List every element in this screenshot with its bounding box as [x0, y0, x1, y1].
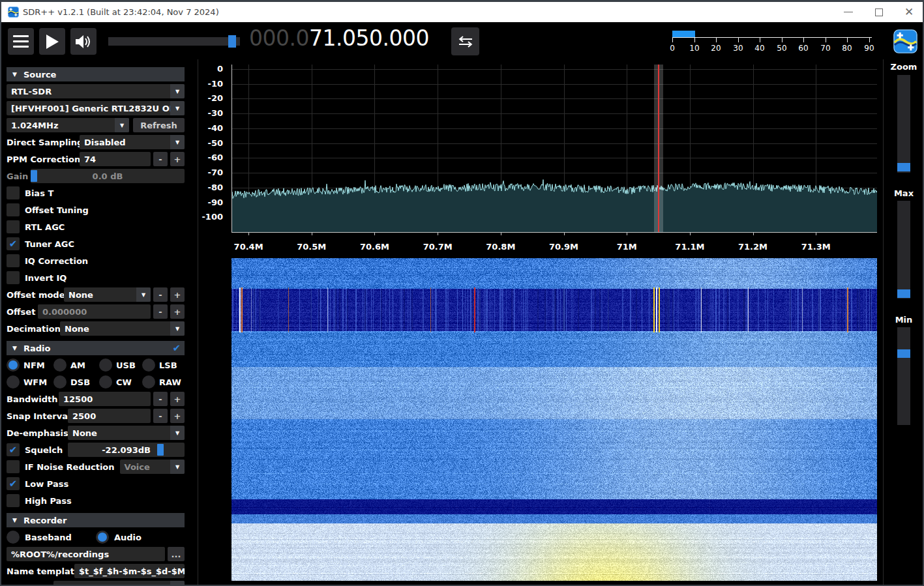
volume-slider[interactable]: [108, 37, 240, 46]
gain-label: Gain: [7, 171, 31, 181]
bias-t-checkbox[interactable]: [7, 186, 20, 199]
offset-mode-increment-button[interactable]: +: [170, 287, 185, 302]
name-template-label: Name template: [7, 566, 74, 576]
high-pass-row: High Pass: [7, 493, 185, 508]
volume-button[interactable]: [70, 28, 97, 55]
offset-increment-button[interactable]: +: [170, 304, 185, 319]
fft-y-tick-label: -100: [197, 212, 223, 222]
if-noise-reduction-checkbox[interactable]: [7, 460, 20, 473]
container-dropdown[interactable]: WAV ▼: [53, 581, 185, 586]
mode-cw[interactable]: CW: [99, 375, 142, 388]
mode-lsb[interactable]: LSB: [142, 359, 177, 372]
decimation-dropdown[interactable]: None ▼: [60, 321, 185, 336]
gain-slider[interactable]: 0.0 dB: [31, 169, 185, 183]
samplerate-dropdown[interactable]: 1.024MHz ▼: [7, 118, 129, 132]
offset-input[interactable]: 0.000000: [38, 304, 151, 319]
refresh-button[interactable]: Refresh: [133, 118, 185, 132]
fft-y-tick-label: -10: [197, 79, 223, 89]
snr-tick: [869, 37, 870, 42]
direct-sampling-dropdown[interactable]: Disabled ▼: [80, 135, 185, 149]
dropdown-arrow-icon: ▼: [170, 84, 185, 98]
max-slider[interactable]: [897, 201, 910, 299]
rtl-agc-checkbox[interactable]: [7, 220, 20, 233]
play-button[interactable]: [39, 28, 65, 55]
bandwidth-decrement-button[interactable]: -: [153, 392, 168, 406]
waterfall-canvas[interactable]: [231, 258, 877, 581]
tuning-marker[interactable]: [654, 65, 663, 232]
mode-nfm[interactable]: NFM: [7, 359, 53, 372]
radio-dot-icon: [142, 359, 155, 372]
mode-am[interactable]: AM: [53, 359, 99, 372]
collapse-triangle-icon: ▼: [12, 345, 17, 351]
volume-slider-handle[interactable]: [228, 35, 236, 48]
ppm-decrement-button[interactable]: -: [153, 152, 168, 166]
low-pass-checkbox[interactable]: ✔: [7, 477, 20, 490]
snr-tick: [760, 37, 760, 42]
retune-button[interactable]: [451, 27, 479, 55]
close-button[interactable]: ✕: [898, 2, 920, 22]
radio-enabled-check-icon[interactable]: ✔: [172, 342, 181, 354]
bandwidth-increment-button[interactable]: +: [170, 392, 185, 406]
play-icon: [45, 34, 59, 50]
recorder-mode-baseband[interactable]: Baseband: [7, 531, 96, 544]
radio-panel-header[interactable]: ▼ Radio ✔: [7, 341, 185, 355]
source-panel-header[interactable]: ▼ Source: [7, 67, 185, 81]
fft-x-tick-label: 71.1M: [675, 242, 704, 252]
snap-increment-button[interactable]: +: [170, 409, 185, 423]
high-pass-checkbox[interactable]: [7, 494, 20, 507]
squelch-slider[interactable]: -22.093dB: [68, 443, 185, 457]
ppm-increment-button[interactable]: +: [170, 152, 185, 166]
minimize-button[interactable]: [837, 2, 859, 22]
maximize-button[interactable]: [868, 2, 890, 22]
source-header-label: Source: [23, 70, 56, 80]
tuner-agc-checkbox[interactable]: ✔: [7, 237, 20, 250]
snap-interval-value: 2500: [72, 411, 96, 421]
mode-raw[interactable]: RAW: [142, 375, 181, 388]
menu-button[interactable]: [8, 28, 34, 55]
squelch-checkbox[interactable]: ✔: [7, 443, 20, 456]
snap-decrement-button[interactable]: -: [153, 409, 168, 423]
max-slider-handle[interactable]: [897, 289, 910, 298]
device-dropdown[interactable]: [HFVHF001] Generic RTL2832U OEM ▼: [7, 101, 185, 115]
ppm-input[interactable]: 74: [80, 152, 151, 166]
offset-decrement-button[interactable]: -: [153, 304, 168, 319]
title-bar[interactable]: SDR++ v1.2.1 (Built at 23:42:04, Nov 7 2…: [1, 2, 923, 22]
offset-tuning-checkbox[interactable]: [7, 203, 20, 216]
min-slider-handle[interactable]: [897, 349, 910, 358]
mode-wfm[interactable]: WFM: [7, 375, 53, 388]
zoom-slider[interactable]: [897, 75, 910, 173]
browse-path-button[interactable]: ...: [168, 547, 185, 561]
gain-slider-handle[interactable]: [31, 170, 37, 182]
recorder-panel-header[interactable]: ▼ Recorder: [7, 513, 185, 527]
check-icon: ✔: [9, 479, 18, 489]
dropdown-arrow-icon: ▼: [170, 581, 185, 586]
offset-mode-decrement-button[interactable]: -: [153, 287, 168, 302]
snr-tick: [847, 37, 848, 42]
min-slider[interactable]: [897, 327, 910, 425]
squelch-slider-handle[interactable]: [157, 444, 164, 456]
zoom-slider-handle[interactable]: [897, 163, 910, 171]
bandwidth-input[interactable]: 12500: [59, 392, 151, 406]
snap-interval-input[interactable]: 2500: [68, 409, 151, 423]
frequency-display[interactable]: 000.071.050.000: [249, 25, 429, 51]
app-window: SDR++ v1.2.1 (Built at 23:42:04, Nov 7 2…: [0, 0, 924, 586]
frequency-active-digits[interactable]: 71.050.000: [309, 25, 429, 51]
mode-usb[interactable]: USB: [99, 359, 142, 372]
recorder-mode-audio[interactable]: Audio: [96, 531, 142, 544]
dropdown-arrow-icon: ▼: [170, 426, 185, 440]
fft-x-tick-label: 70.7M: [423, 242, 453, 252]
invert-iq-checkbox[interactable]: [7, 271, 20, 284]
source-driver-dropdown[interactable]: RTL-SDR ▼: [7, 84, 185, 98]
deemphasis-dropdown[interactable]: None ▼: [68, 426, 185, 440]
mode-dsb[interactable]: DSB: [53, 375, 99, 388]
radio-dot-icon: [7, 359, 20, 372]
iq-correction-checkbox[interactable]: [7, 254, 20, 267]
recording-path-input[interactable]: %ROOT%/recordings: [7, 547, 165, 561]
frequency-dim-digits[interactable]: 000.0: [249, 25, 309, 51]
fft-spectrum-canvas[interactable]: [231, 65, 877, 235]
name-template-input[interactable]: $t_$f_$h-$m-$s_$d-$M-$y: [74, 564, 185, 578]
radio-dot-icon: [7, 531, 20, 544]
recording-path-value: %ROOT%/recordings: [11, 549, 109, 559]
if-noise-reduction-dropdown[interactable]: Voice ▼: [120, 460, 185, 474]
offset-mode-dropdown[interactable]: None ▼: [64, 287, 151, 302]
